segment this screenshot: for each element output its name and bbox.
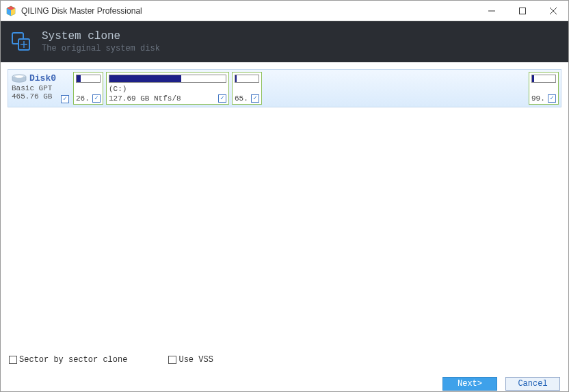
app-icon [5, 5, 17, 17]
disk-info-cell[interactable]: Disk0 Basic GPT 465.76 GB ✓ [10, 72, 70, 105]
system-clone-icon [10, 31, 32, 53]
sector-clone-option[interactable]: Sector by sector clone [9, 355, 127, 365]
next-button[interactable]: Next> [442, 377, 497, 391]
partition-checkbox[interactable]: ✓ [251, 94, 259, 103]
footer: Sector by sector clone Use VSS Next> Can… [1, 355, 568, 391]
disk-name: Disk0 [29, 73, 56, 83]
sector-clone-label: Sector by sector clone [19, 355, 127, 365]
disk-checkbox[interactable]: ✓ [61, 95, 69, 103]
disk-row[interactable]: Disk0 Basic GPT 465.76 GB ✓ 26. ✓ (C:) 1… [8, 69, 561, 107]
window-title: QILING Disk Master Professional [21, 6, 476, 16]
svg-point-13 [15, 75, 23, 78]
minimize-button[interactable] [476, 1, 507, 21]
header-band: System clone The original system disk [1, 21, 568, 62]
content-area: Disk0 Basic GPT 465.76 GB ✓ 26. ✓ (C:) 1… [1, 62, 568, 356]
partition-0[interactable]: 26. ✓ [73, 72, 103, 105]
partition-3[interactable]: 99. ✓ [529, 72, 559, 105]
partition-usage-bar [235, 75, 259, 83]
disk-icon [12, 74, 27, 83]
partition-size: 99. [531, 94, 545, 103]
sector-clone-checkbox[interactable] [9, 356, 17, 364]
partition-checkbox[interactable]: ✓ [548, 94, 556, 103]
partition-label: (C:) [109, 85, 226, 93]
close-button[interactable] [538, 1, 568, 21]
partition-size: 65. [235, 94, 248, 103]
svg-rect-5 [519, 8, 525, 14]
partition-checkbox[interactable]: ✓ [218, 94, 226, 103]
cancel-button[interactable]: Cancel [505, 377, 560, 391]
disk-type: Basic GPT [12, 84, 70, 92]
use-vss-option[interactable]: Use VSS [168, 355, 213, 365]
maximize-button[interactable] [507, 1, 538, 21]
partition-usage-bar [109, 75, 226, 83]
window-controls [476, 1, 568, 21]
page-subtitle: The original system disk [42, 44, 160, 53]
partition-size: 26. [76, 94, 90, 103]
page-title: System clone [42, 30, 160, 43]
partition-size: 127.69 GB Ntfs/8 [109, 94, 181, 103]
partition-1[interactable]: (C:) 127.69 GB Ntfs/8 ✓ [106, 72, 229, 105]
partition-gap [265, 72, 526, 105]
partition-usage-bar [531, 75, 556, 83]
use-vss-label: Use VSS [178, 355, 213, 365]
titlebar: QILING Disk Master Professional [1, 1, 568, 21]
partition-usage-bar [76, 75, 101, 83]
use-vss-checkbox[interactable] [168, 356, 176, 364]
partition-checkbox[interactable]: ✓ [92, 94, 101, 103]
partition-2[interactable]: 65. ✓ [232, 72, 262, 105]
